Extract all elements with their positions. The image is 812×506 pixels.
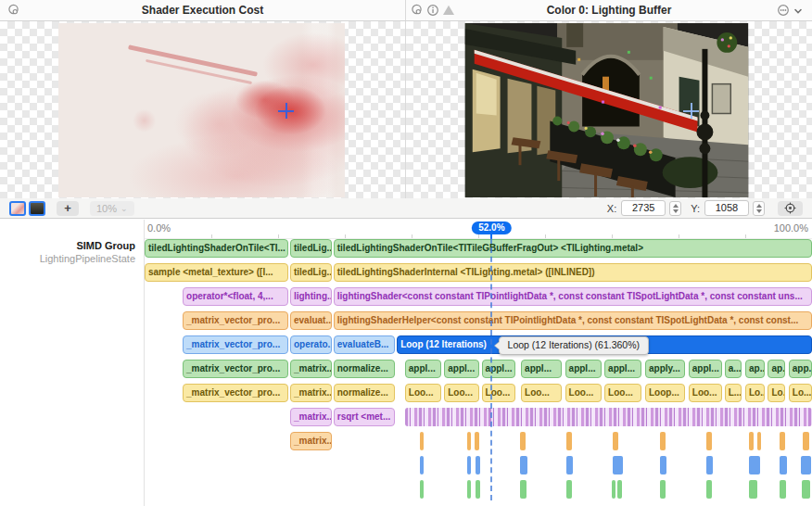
flame-mini-bar[interactable] bbox=[749, 456, 760, 474]
flame-segment[interactable]: _matrix_vector_pro... bbox=[183, 384, 288, 402]
heatmap-thumbnail-button[interactable] bbox=[9, 201, 26, 216]
flame-mini-bar[interactable] bbox=[803, 432, 809, 450]
flame-segment[interactable]: ap... bbox=[768, 360, 785, 378]
flame-mini-bar[interactable] bbox=[420, 432, 424, 450]
flame-mini-bar[interactable] bbox=[520, 456, 527, 474]
flame-segment[interactable]: ap... bbox=[745, 360, 765, 378]
x-coordinate-field[interactable]: 2735 bbox=[621, 200, 666, 216]
flame-segment[interactable]: a... bbox=[725, 360, 742, 378]
x-coordinate-stepper[interactable] bbox=[669, 201, 681, 216]
timeline-ruler[interactable]: 0.0% 52.0% 100.0% bbox=[145, 220, 812, 239]
flame-segment[interactable]: normalize... bbox=[334, 384, 395, 402]
flame-mini-bar[interactable] bbox=[475, 432, 478, 450]
flame-segment[interactable]: L... bbox=[725, 384, 742, 402]
pixel-inspector-icon[interactable] bbox=[411, 4, 424, 17]
flame-mini-bar[interactable] bbox=[749, 432, 753, 450]
flame-segment[interactable]: Lo... bbox=[768, 384, 785, 402]
flame-segment[interactable]: normalize... bbox=[334, 360, 395, 378]
flame-mini-bar[interactable] bbox=[520, 432, 526, 450]
flame-segment[interactable]: appl... bbox=[604, 360, 641, 378]
flame-segment[interactable]: lightingShader<const constant TIPointlig… bbox=[334, 287, 812, 306]
add-attachment-button[interactable]: + bbox=[57, 201, 79, 216]
flame-segment[interactable]: Loo... bbox=[689, 384, 722, 402]
flame-segment[interactable]: tiledLightingShaderOnTile<TI... bbox=[145, 239, 288, 258]
cursor-percent-badge[interactable]: 52.0% bbox=[472, 221, 511, 234]
flame-mini-bar[interactable] bbox=[467, 480, 471, 499]
flame-mini-bar[interactable] bbox=[476, 480, 480, 499]
flame-segment[interactable]: _matrix_vector_pro... bbox=[183, 335, 288, 354]
flame-segment[interactable]: evaluateB... bbox=[334, 335, 395, 354]
flame-segment[interactable]: sample <metal_texture> ([I... bbox=[145, 263, 288, 282]
flame-mini-bar[interactable] bbox=[802, 480, 810, 499]
flame-segment[interactable]: Loo... bbox=[604, 384, 641, 402]
flame-mini-bar[interactable] bbox=[566, 480, 572, 499]
flame-mini-bar[interactable] bbox=[467, 456, 471, 474]
flame-segment[interactable]: appl... bbox=[405, 360, 442, 378]
lighting-buffer-image[interactable] bbox=[464, 23, 749, 197]
flame-segment[interactable]: _matrix... bbox=[290, 432, 332, 450]
flame-mini-bar[interactable] bbox=[706, 432, 712, 450]
zoom-level-dropdown[interactable]: 10% ⌄ bbox=[90, 201, 134, 216]
flame-segment[interactable]: Loo... bbox=[405, 384, 442, 402]
flame-segment[interactable]: _matrix_vector_pro... bbox=[183, 311, 288, 330]
flame-mini-bar[interactable] bbox=[801, 456, 811, 474]
flame-mini-bar[interactable] bbox=[706, 480, 712, 499]
flame-mini-bar[interactable] bbox=[520, 480, 526, 499]
flame-segment[interactable]: lightingShaderHelper<const constant TIPo… bbox=[334, 311, 812, 330]
flame-segment[interactable]: Loo... bbox=[565, 384, 603, 402]
chevron-down-icon[interactable] bbox=[792, 5, 805, 18]
info-icon[interactable] bbox=[426, 4, 439, 17]
flame-mini-bar[interactable] bbox=[467, 432, 471, 450]
flame-mini-bar[interactable] bbox=[660, 432, 666, 450]
cursor-line[interactable] bbox=[490, 238, 492, 500]
flame-segment[interactable]: Loo... bbox=[444, 384, 478, 402]
flame-segment[interactable]: app... bbox=[789, 360, 812, 378]
warning-icon[interactable] bbox=[442, 4, 455, 17]
flame-segment[interactable]: appl... bbox=[689, 360, 722, 378]
flame-mini-bar[interactable] bbox=[566, 456, 573, 474]
flame-segment[interactable]: tiledLightingShaderOnTile<TITileGBufferF… bbox=[334, 239, 812, 258]
y-coordinate-stepper[interactable] bbox=[753, 201, 765, 216]
flame-mini-bar[interactable] bbox=[566, 432, 572, 450]
flame-mini-bar[interactable] bbox=[660, 456, 666, 474]
flame-mini-bar[interactable] bbox=[706, 456, 713, 474]
flame-segment[interactable]: apply... bbox=[645, 360, 685, 378]
flame-mini-bar[interactable] bbox=[613, 432, 618, 450]
flame-mini-bar[interactable] bbox=[420, 456, 424, 474]
flame-segment[interactable]: operator*<float, 4,... bbox=[183, 287, 288, 306]
pixel-target-button[interactable] bbox=[778, 201, 803, 216]
flame-dense-strip[interactable] bbox=[405, 408, 812, 426]
flame-segment[interactable]: Loop... bbox=[645, 384, 685, 402]
flame-mini-bar[interactable] bbox=[617, 480, 621, 499]
flame-segment[interactable]: appl... bbox=[444, 360, 478, 378]
flame-mini-bar[interactable] bbox=[613, 456, 622, 474]
photo-thumbnail-button[interactable] bbox=[29, 201, 45, 216]
flame-mini-bar[interactable] bbox=[757, 432, 761, 450]
flame-mini-bar[interactable] bbox=[476, 456, 480, 474]
flame-segment[interactable]: appl... bbox=[521, 360, 562, 378]
flame-segment[interactable]: tiledLightingShaderInternal <TILighting.… bbox=[334, 263, 812, 282]
flame-segment[interactable]: _matrix... bbox=[290, 384, 332, 402]
flame-mini-bar[interactable] bbox=[780, 432, 785, 450]
flame-segment[interactable]: appl... bbox=[482, 360, 515, 378]
flame-segment[interactable]: _matrix_vector_pro... bbox=[183, 360, 288, 378]
pixel-inspector-icon[interactable] bbox=[7, 4, 20, 17]
flame-segment[interactable]: Lo... bbox=[745, 384, 765, 402]
flame-mini-bar[interactable] bbox=[612, 480, 615, 499]
flame-mini-bar[interactable] bbox=[780, 456, 786, 474]
flame-segment[interactable]: appl... bbox=[565, 360, 603, 378]
flame-segment[interactable]: operato... bbox=[290, 335, 332, 354]
flame-mini-bar[interactable] bbox=[420, 480, 424, 499]
flame-segment[interactable]: evaluat... bbox=[290, 311, 332, 330]
y-coordinate-field[interactable]: 1058 bbox=[704, 200, 749, 216]
flame-segment[interactable]: tiledLig... bbox=[290, 239, 332, 258]
execution-cost-heatmap-image[interactable] bbox=[58, 23, 345, 197]
flame-segment[interactable]: _matrix... bbox=[290, 360, 332, 378]
flame-segment[interactable]: lighting... bbox=[290, 287, 332, 306]
flame-mini-bar[interactable] bbox=[660, 480, 666, 499]
flame-segment[interactable]: Loo... bbox=[521, 384, 562, 402]
flame-segment[interactable]: Lo... bbox=[789, 384, 812, 402]
flame-segment[interactable]: _matrix... bbox=[290, 408, 332, 426]
flame-segment[interactable]: tiledLig... bbox=[290, 263, 332, 282]
flame-mini-bar[interactable] bbox=[780, 480, 785, 499]
